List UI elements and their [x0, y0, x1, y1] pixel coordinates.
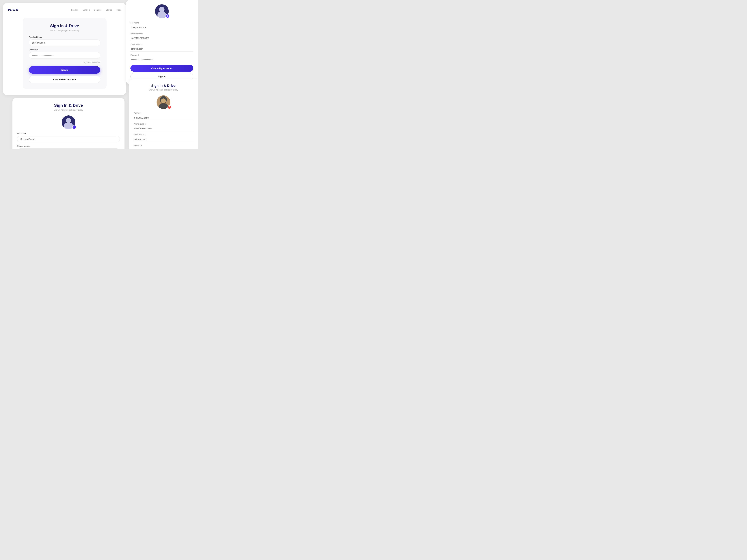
reg-password-input[interactable]	[130, 57, 193, 62]
bottom-fullname-input[interactable]	[17, 136, 120, 142]
register-panel-bottom: Sign In & Drive We will help you get rea…	[12, 98, 125, 149]
logo: VROM	[8, 8, 18, 12]
photo-signin-subtitle: We will help you get ready today	[133, 89, 193, 91]
reg-fullname-label: Full Name	[130, 22, 193, 24]
bottom-avatar-wrapper: +	[17, 115, 120, 129]
signin-title: Sign In & Drive	[29, 24, 100, 28]
svg-rect-7	[169, 106, 170, 107]
signin-form-card: Sign In & Drive We will help you get rea…	[23, 18, 107, 89]
reg-password-label: Password	[130, 54, 193, 56]
nav-catalog[interactable]: Catalog	[83, 9, 90, 11]
email-label: Email Address	[29, 36, 100, 38]
bottom-avatar-body	[64, 122, 73, 129]
bottom-phone-input[interactable]	[17, 149, 120, 149]
photo-email-label: Email Address	[133, 134, 193, 136]
password-input[interactable]	[29, 52, 100, 59]
bottom-avatar-add-button[interactable]: +	[72, 125, 76, 129]
avatar-body-shape	[157, 11, 166, 18]
avatar-add-button[interactable]: +	[165, 14, 170, 18]
reg-fullname-input[interactable]	[130, 25, 193, 30]
bottom-signin-subtitle: We will help you get ready today	[17, 109, 120, 111]
reg-phone-input[interactable]	[130, 36, 193, 41]
trash-icon	[169, 106, 170, 108]
bottom-fullname-label: Full Name	[17, 132, 120, 135]
photo-phone-input[interactable]	[133, 126, 193, 131]
signin-button[interactable]: Sign In	[29, 66, 100, 74]
photo-password-label: Password	[133, 144, 193, 146]
svg-rect-6	[169, 107, 170, 107]
navbar: VROM Landing Catalog Benefits Stories Ma…	[8, 8, 121, 12]
photo-phone-label: Phone Number	[133, 123, 193, 125]
svg-point-4	[161, 99, 166, 103]
nav-links: Landing Catalog Benefits Stories Maps	[71, 9, 121, 11]
photo-fullname-label: Full Name	[133, 112, 193, 114]
photo-email-input[interactable]	[133, 137, 193, 142]
photo-fullname-input[interactable]	[133, 115, 193, 121]
register-panel-photo: Sign In & Drive We will help you get rea…	[129, 79, 198, 149]
forgot-password-link[interactable]: Forgot My Password	[29, 61, 100, 63]
password-label: Password	[29, 49, 100, 51]
create-account-button[interactable]: Create New Account	[29, 76, 100, 83]
nav-maps[interactable]: Maps	[117, 9, 121, 11]
signin-subtitle: We will help you get ready today	[29, 29, 100, 32]
photo-avatar-wrapper	[133, 95, 193, 109]
bottom-signin-title: Sign In & Drive	[17, 103, 120, 108]
nav-benefits[interactable]: Benefits	[94, 9, 101, 11]
bottom-phone-label: Phone Number	[17, 145, 120, 147]
reg-phone-label: Phone Number	[130, 32, 193, 35]
signin-panel: VROM Landing Catalog Benefits Stories Ma…	[3, 3, 126, 95]
register-signin-button[interactable]: Sign In	[130, 73, 193, 80]
nav-landing[interactable]: Landing	[71, 9, 78, 11]
photo-avatar-delete-button[interactable]	[168, 105, 171, 109]
avatar-wrapper: +	[130, 4, 193, 18]
register-panel: + Full Name Phone Number Email Address P…	[126, 0, 198, 84]
create-account-main-button[interactable]: Create My Account	[130, 65, 193, 72]
reg-email-input[interactable]	[130, 46, 193, 52]
reg-email-label: Email Address	[130, 43, 193, 46]
photo-signin-title: Sign In & Drive	[133, 84, 193, 88]
email-input[interactable]	[29, 39, 100, 46]
nav-stories[interactable]: Stories	[106, 9, 112, 11]
